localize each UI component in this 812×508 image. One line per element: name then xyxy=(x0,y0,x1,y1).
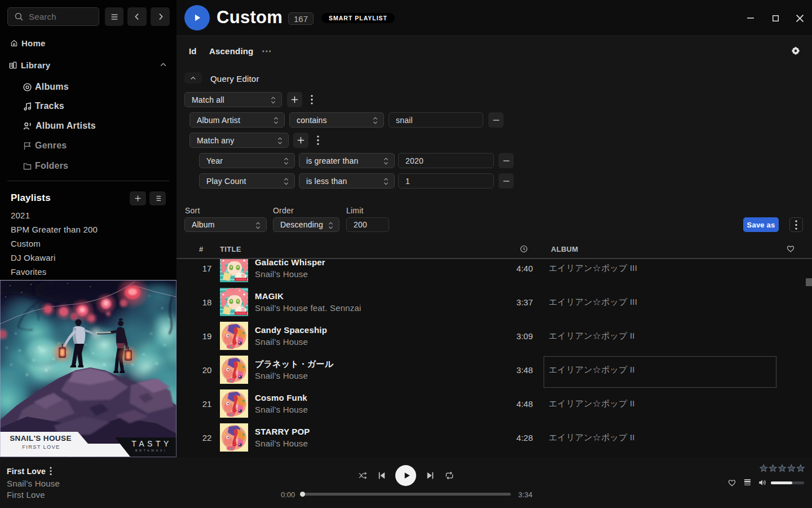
svg-text:TASTY: TASTY xyxy=(131,439,172,448)
svg-text:FIRST LOVE: FIRST LOVE xyxy=(22,444,60,450)
svg-text:BETAMAXI: BETAMAXI xyxy=(135,449,167,452)
svg-text:SNAIL'S HOUSE: SNAIL'S HOUSE xyxy=(10,434,72,443)
